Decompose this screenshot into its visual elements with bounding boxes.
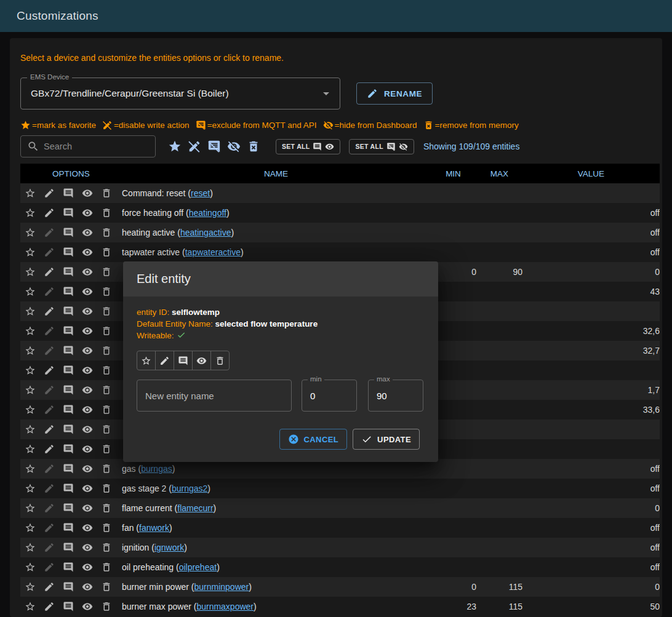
comment-icon	[63, 444, 74, 455]
cell-value: 32,6	[522, 321, 660, 341]
min-input[interactable]: min 0	[302, 380, 357, 412]
entity-name: oil preheating (oilpreheat)	[122, 557, 430, 577]
cell-max	[476, 439, 522, 459]
cell-max	[476, 321, 522, 341]
table-row[interactable]: gas stage 2 (burngas2)off	[20, 479, 660, 498]
table-row[interactable]: flame current (flamecurr)0	[20, 498, 660, 518]
eye-icon	[82, 188, 93, 199]
delete-icon	[101, 207, 112, 218]
search-input[interactable]	[44, 141, 149, 151]
table-row[interactable]: Command: reset (reset)	[20, 183, 660, 203]
set-all-button-2[interactable]: SET ALL	[349, 139, 414, 154]
rename-button[interactable]: RENAME	[356, 82, 433, 105]
toolbar: SET ALLSET ALL Showing 109/109 entities	[20, 135, 660, 157]
eye-icon	[82, 444, 93, 455]
cell-value: off	[522, 538, 660, 557]
default-name-value: selected flow temperature	[215, 319, 318, 328]
legend-item: =mark as favorite	[20, 120, 96, 130]
max-input[interactable]: max 90	[368, 380, 423, 412]
star-border-toggle-button[interactable]	[137, 351, 156, 370]
cell-min: 0	[430, 577, 476, 597]
table-row[interactable]: ignition (ignwork)off	[20, 538, 660, 557]
eye-icon	[82, 562, 93, 573]
edit-icon	[44, 581, 55, 592]
comment-icon	[63, 463, 74, 474]
edit-icon	[159, 356, 170, 366]
options-cell	[20, 301, 122, 321]
new-entity-name-input[interactable]: New entity name	[137, 380, 292, 412]
edit-off-filter-button[interactable]	[187, 139, 202, 154]
edit-icon	[44, 325, 55, 336]
eye-off-filter-button[interactable]	[226, 139, 241, 154]
showing-entities-count: Showing 109/109 entities	[423, 141, 519, 151]
delete-forever-icon	[423, 120, 434, 130]
intro-text: Select a device and customize the entiti…	[20, 52, 660, 64]
field-row: New entity name min 0 max 90	[137, 380, 425, 412]
entity-shortname-link[interactable]: tapwateractive	[185, 247, 241, 257]
entity-shortname-link[interactable]: fanwork	[139, 523, 169, 533]
entity-shortname-link[interactable]: burngas	[141, 464, 172, 474]
min-input-value: 0	[310, 391, 315, 401]
cell-value	[522, 183, 660, 203]
star-border-icon	[25, 207, 36, 218]
table-row[interactable]: heating active (heatingactive)off	[20, 223, 660, 242]
entity-shortname-link[interactable]: ignwork	[154, 543, 184, 552]
legend: =mark as favorite=disable write action=e…	[20, 120, 660, 130]
delete-toggle-button[interactable]	[210, 351, 230, 370]
star-border-icon	[25, 601, 36, 612]
ems-device-select[interactable]: EMS Device GBx72/Trendline/Cerapur/Green…	[20, 78, 340, 109]
comment-icon	[63, 365, 74, 376]
edit-icon	[44, 404, 55, 415]
entity-shortname-link[interactable]: heatingactive	[180, 228, 231, 237]
cell-max: 90	[476, 262, 522, 282]
entity-shortname-link[interactable]: burnmaxpower	[196, 602, 254, 611]
comment-icon	[178, 356, 188, 366]
comment-icon	[63, 247, 74, 258]
page-title: Customizations	[17, 9, 98, 23]
table-row[interactable]: burner max power (burnmaxpower)2311550	[20, 597, 660, 616]
star-icon	[20, 120, 31, 130]
comment-icon	[63, 503, 74, 514]
cell-max	[476, 380, 522, 400]
edit-icon	[44, 483, 55, 494]
delete-icon	[101, 601, 112, 612]
entity-shortname-link[interactable]: burnminpower	[194, 582, 249, 592]
options-cell	[20, 183, 122, 203]
cell-min	[430, 557, 476, 577]
comment-icon	[63, 286, 74, 297]
table-row[interactable]: force heating off (heatingoff)off	[20, 203, 660, 223]
eye-toggle-button[interactable]	[192, 351, 211, 370]
entity-shortname-link[interactable]: heatingoff	[189, 208, 226, 218]
entity-shortname-link[interactable]: flamecurr	[177, 503, 213, 513]
edit-toggle-button[interactable]	[155, 351, 174, 370]
comment-icon	[63, 207, 74, 218]
entity-name: tapwater active (tapwateractive)	[122, 242, 430, 262]
dialog-actions: CANCEL UPDATE	[137, 412, 425, 456]
delete-icon	[101, 581, 112, 592]
comment-off-filter-button[interactable]	[207, 139, 222, 154]
table-row[interactable]: oil preheating (oilpreheat)off	[20, 557, 660, 577]
comment-icon	[63, 306, 74, 317]
table-row[interactable]: fan (fanwork)off	[20, 518, 660, 538]
search-input-box[interactable]	[20, 135, 156, 157]
options-cell	[20, 242, 122, 262]
app-header: Customizations	[0, 0, 672, 32]
new-entity-name-placeholder: New entity name	[145, 391, 214, 401]
comment-toggle-button[interactable]	[174, 351, 193, 370]
entity-shortname-link[interactable]: oilpreheat	[179, 562, 217, 572]
eye-icon	[82, 483, 93, 494]
table-row[interactable]: burner min power (burnminpower)01150	[20, 577, 660, 597]
entity-shortname-link[interactable]: burngas2	[172, 484, 207, 493]
cancel-button[interactable]: CANCEL	[279, 429, 348, 450]
options-cell	[20, 223, 122, 242]
set-all-button-1[interactable]: SET ALL	[276, 139, 340, 154]
delete-forever-filter-button[interactable]	[246, 139, 261, 154]
update-button[interactable]: UPDATE	[353, 429, 420, 450]
table-row[interactable]: tapwater active (tapwateractive)off	[20, 242, 660, 262]
entity-shortname-link[interactable]: reset	[191, 188, 210, 198]
pencil-icon	[367, 88, 378, 99]
edit-icon	[44, 227, 55, 238]
eye-icon	[82, 325, 93, 336]
cell-max	[476, 203, 522, 223]
star-filter-button[interactable]	[167, 139, 182, 154]
